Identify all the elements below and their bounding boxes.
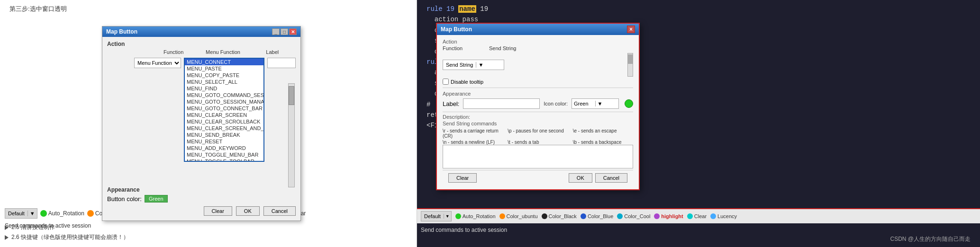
dot-cool-right — [617, 213, 623, 219]
menu-item-find[interactable]: MENU_FIND — [185, 85, 263, 92]
disable-tooltip-checkbox[interactable] — [443, 79, 449, 85]
dialog-content-left: Action Function Menu Function Label Menu… — [102, 37, 300, 221]
function-dropdowns-row: Menu Function MENU_CONNECT MENU_CONNECT … — [107, 58, 296, 68]
close-btn-left[interactable]: ✕ — [289, 28, 297, 35]
send-string-textarea[interactable] — [443, 145, 633, 168]
function-label-right: Function — [443, 45, 476, 51]
bullet-arrow-2 — [5, 235, 9, 240]
default-arrow-left[interactable]: ▼ — [27, 211, 37, 216]
bullet-arrow-1 — [5, 225, 9, 230]
send-string-row: Send String ▼ — [443, 53, 633, 77]
dot-ubuntu — [87, 210, 94, 217]
send-string-label-right: Send String — [489, 45, 522, 51]
send-string-dropdown[interactable]: Send String ▼ — [443, 60, 504, 70]
menu-item-goto-session[interactable]: MENU_GOTO_SESSION_MANAGER — [185, 98, 263, 105]
toolbar-auto-rotation[interactable]: Auto_Rotation — [40, 210, 84, 217]
menu-item-send-break[interactable]: MENU_SEND_BREAK — [185, 132, 263, 138]
map-button-dialog-left: Map Button _ □ ✕ Action Function Menu Fu… — [102, 26, 301, 221]
green-circle-icon — [625, 99, 633, 108]
scrollbar-track — [288, 83, 295, 187]
bullet-list: 2.5 清屏按钮制作 2.6 快捷键（绿色版使用快捷键可能会崩溃！） — [5, 223, 129, 243]
appearance-section-left: Appearance Button color: Green — [107, 186, 296, 203]
default-label-right: Default — [421, 213, 444, 219]
color-btn-green[interactable]: Green — [145, 195, 168, 203]
desc-item-0: \r - sends a carriage return (CR) — [443, 128, 503, 139]
toolbar-ubuntu-right[interactable]: Color_ubuntu — [499, 213, 538, 219]
menu-item-paste[interactable]: MENU_PASTE — [185, 65, 263, 72]
menu-item-toggle-menu[interactable]: MENU_TOGGLE_MENU_BAR — [185, 151, 263, 158]
ok-btn-left[interactable]: OK — [236, 206, 260, 216]
menu-list-container: MENU_CONNECT MENU_CONNECT MENU_PASTE MEN… — [184, 58, 264, 68]
function-dropdown[interactable]: Menu Function — [134, 58, 181, 68]
appearance-row-left: Button color: Green — [107, 195, 296, 203]
clear-btn-right[interactable]: Clear — [448, 173, 477, 183]
toolbar-lucency-right[interactable]: Lucency — [710, 213, 737, 219]
menu-item-toggle-toolbar[interactable]: MENU_TOGGLE_TOOLBAR — [185, 158, 263, 162]
desc-item-4: \t - sends a tab — [508, 140, 568, 145]
menu-item-goto-connect[interactable]: MENU_GOTO_CONNECT_BAR — [185, 105, 263, 112]
dialog-content-right: Action Function Send String Send String … — [437, 35, 639, 189]
menu-item-goto-cmd[interactable]: MENU_GOTO_COMMAND_SESSION_WIND — [185, 92, 263, 98]
col-header-menu-function: Menu Function — [200, 49, 246, 55]
default-label-left: Default — [5, 211, 27, 216]
default-arrow-right[interactable]: ▼ — [444, 214, 451, 219]
action-label-right: Action — [443, 39, 633, 44]
csdn-label: CSDN @人生的方向随自己而走 — [890, 235, 971, 243]
cancel-btn-left[interactable]: Cancel — [263, 206, 296, 216]
map-button-dialog-right: Map Button × Action Function Send String… — [436, 23, 640, 190]
dialog-title-left: Map Button — [106, 28, 137, 35]
send-string-value: Send String — [443, 62, 476, 68]
action-row-right: Function Send String — [443, 45, 633, 51]
desc-item-3: \n - sends a newline (LF) — [443, 140, 503, 145]
menu-item-select-all[interactable]: MENU_SELECT_ALL — [185, 79, 263, 85]
default-dropdown-right[interactable]: Default ▼ — [421, 211, 452, 221]
toolbar-auto-rotation-right[interactable]: Auto_Rotation — [455, 213, 496, 219]
green-color-dropdown[interactable]: Green ▼ — [572, 98, 619, 109]
column-headers-row: Function Menu Function Label — [107, 49, 296, 55]
menu-item-clear-both[interactable]: MENU_CLEAR_SCREEN_AND_SCROLLBACK — [185, 125, 263, 132]
toolbar-blue-right[interactable]: Color_Blue — [581, 213, 613, 219]
maximize-btn-left[interactable]: □ — [281, 28, 288, 35]
desc-item-2: \e - sends an escape — [573, 128, 633, 139]
dialog-titlebar-left: Map Button _ □ ✕ — [102, 26, 300, 37]
cancel-btn-right[interactable]: Cancel — [595, 173, 627, 183]
ok-btn-right[interactable]: OK — [569, 173, 592, 183]
green-arrow[interactable]: ▼ — [595, 101, 619, 106]
send-commands-right: Send commands to active session — [417, 225, 980, 235]
menu-function-list[interactable]: MENU_CONNECT MENU_PASTE MENU_COPY_PASTE … — [184, 58, 264, 162]
menu-item-connect[interactable]: MENU_CONNECT — [185, 59, 263, 65]
right-footer-btns: OK Cancel — [569, 173, 627, 183]
bullet-item-2: 2.6 快捷键（绿色版使用快捷键可能会崩溃！） — [5, 233, 129, 241]
minimize-btn-left[interactable]: _ — [272, 28, 280, 35]
right-scrollbar-thumb[interactable] — [628, 54, 633, 64]
description-title: Description: — [443, 114, 633, 120]
default-dropdown-left[interactable]: Default ▼ — [5, 208, 37, 219]
label-input-left[interactable] — [267, 58, 296, 68]
menu-item-reset[interactable]: MENU_RESET — [185, 138, 263, 145]
highlight-label-right: highlight — [661, 213, 683, 219]
clear-label-right: Clear — [694, 213, 707, 219]
appearance-label-right: Appearance — [443, 91, 633, 97]
toolbar-clear-right[interactable]: Clear — [687, 213, 707, 219]
bottom-toolbar-right: Default ▼ Auto_Rotation Color_ubuntu Col… — [417, 208, 980, 223]
scrollbar-thumb[interactable] — [289, 86, 294, 105]
label-input-right[interactable] — [463, 98, 540, 109]
clear-btn-left[interactable]: Clear — [204, 206, 232, 216]
appearance-right: Appearance Label: Icon color: Green ▼ — [443, 88, 633, 109]
left-panel: 第三步:选中窗口透明 Map Button _ □ ✕ Action Funct… — [0, 0, 417, 247]
menu-item-copy-paste[interactable]: MENU_COPY_PASTE — [185, 72, 263, 79]
send-string-arrow[interactable]: ▼ — [476, 62, 485, 68]
disable-tooltip-row: Disable tooltip — [443, 79, 633, 85]
description-section: Description: Send String commands \r - s… — [443, 112, 633, 145]
desc-subtitle: Send String commands — [443, 121, 633, 126]
green-color-value: Green — [572, 101, 595, 106]
toolbar-cool-right[interactable]: Color_Cool — [617, 213, 650, 219]
dot-auto-rotation — [40, 210, 47, 217]
menu-item-add-keyword[interactable]: MENU_ADD_KEYWORD — [185, 145, 263, 151]
menu-item-clear-screen[interactable]: MENU_CLEAR_SCREEN — [185, 112, 263, 118]
close-btn-right[interactable]: × — [627, 26, 635, 33]
menu-item-clear-scrollback[interactable]: MENU_CLEAR_SCROLLBACK — [185, 118, 263, 125]
toolbar-highlight-right[interactable]: highlight — [654, 213, 683, 219]
toolbar-black-right[interactable]: Color_Black — [542, 213, 577, 219]
col-header-label: Label — [249, 49, 296, 55]
